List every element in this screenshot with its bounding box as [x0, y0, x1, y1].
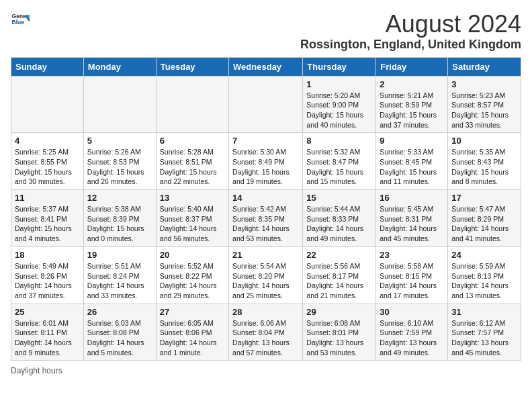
- day-number: 28: [232, 307, 299, 317]
- weekday-header-wednesday: Wednesday: [229, 57, 303, 76]
- day-number: 25: [15, 307, 80, 317]
- cell-daylight-info: Sunrise: 6:03 AM Sunset: 8:08 PM Dayligh…: [87, 318, 152, 358]
- day-number: 15: [306, 193, 372, 203]
- weekday-header-saturday: Saturday: [448, 57, 521, 76]
- day-number: 8: [306, 136, 372, 146]
- calendar-cell: 13Sunrise: 5:40 AM Sunset: 8:37 PM Dayli…: [156, 190, 228, 247]
- cell-daylight-info: Sunrise: 5:23 AM Sunset: 8:57 PM Dayligh…: [451, 91, 517, 130]
- calendar-cell: 24Sunrise: 5:59 AM Sunset: 8:13 PM Dayli…: [448, 246, 521, 304]
- logo-icon: General Blue: [11, 11, 30, 30]
- day-number: 7: [232, 136, 299, 146]
- calendar-cell: [229, 76, 303, 133]
- calendar-cell: 30Sunrise: 6:10 AM Sunset: 7:59 PM Dayli…: [376, 304, 448, 361]
- calendar-cell: 31Sunrise: 6:12 AM Sunset: 7:57 PM Dayli…: [448, 304, 521, 361]
- day-number: 5: [87, 136, 152, 146]
- calendar-cell: 11Sunrise: 5:37 AM Sunset: 8:41 PM Dayli…: [11, 190, 84, 247]
- weekday-header-thursday: Thursday: [303, 57, 376, 76]
- day-number: 23: [380, 250, 444, 260]
- calendar-cell: 14Sunrise: 5:42 AM Sunset: 8:35 PM Dayli…: [229, 190, 303, 247]
- cell-daylight-info: Sunrise: 5:37 AM Sunset: 8:41 PM Dayligh…: [15, 204, 80, 244]
- day-number: 12: [87, 193, 152, 203]
- day-number: 2: [380, 79, 444, 89]
- calendar-cell: [156, 76, 228, 133]
- calendar-cell: 12Sunrise: 5:38 AM Sunset: 8:39 PM Dayli…: [83, 190, 156, 247]
- calendar-cell: 21Sunrise: 5:54 AM Sunset: 8:20 PM Dayli…: [229, 246, 303, 304]
- calendar-cell: [83, 76, 156, 133]
- week-row-5: 25Sunrise: 6:01 AM Sunset: 8:11 PM Dayli…: [11, 304, 521, 361]
- calendar-cell: 17Sunrise: 5:47 AM Sunset: 8:29 PM Dayli…: [448, 190, 521, 247]
- day-number: 21: [232, 250, 299, 260]
- weekday-header-row: SundayMondayTuesdayWednesdayThursdayFrid…: [11, 57, 521, 76]
- cell-daylight-info: Sunrise: 5:58 AM Sunset: 8:15 PM Dayligh…: [380, 261, 444, 301]
- calendar-cell: 20Sunrise: 5:52 AM Sunset: 8:22 PM Dayli…: [156, 246, 228, 304]
- cell-daylight-info: Sunrise: 5:52 AM Sunset: 8:22 PM Dayligh…: [160, 261, 225, 301]
- weekday-header-monday: Monday: [83, 57, 156, 76]
- calendar-cell: 18Sunrise: 5:49 AM Sunset: 8:26 PM Dayli…: [11, 246, 84, 304]
- day-number: 13: [160, 193, 225, 203]
- calendar-cell: 5Sunrise: 5:26 AM Sunset: 8:53 PM Daylig…: [83, 133, 156, 190]
- calendar-cell: [11, 76, 84, 133]
- logo: General Blue: [11, 11, 30, 30]
- calendar-cell: 23Sunrise: 5:58 AM Sunset: 8:15 PM Dayli…: [376, 246, 448, 304]
- day-number: 30: [380, 307, 444, 317]
- cell-daylight-info: Sunrise: 5:47 AM Sunset: 8:29 PM Dayligh…: [451, 204, 517, 244]
- cell-daylight-info: Sunrise: 6:10 AM Sunset: 7:59 PM Dayligh…: [380, 318, 444, 358]
- weekday-header-tuesday: Tuesday: [156, 57, 228, 76]
- day-number: 29: [306, 307, 372, 317]
- cell-daylight-info: Sunrise: 5:49 AM Sunset: 8:26 PM Dayligh…: [15, 261, 80, 301]
- calendar-cell: 10Sunrise: 5:35 AM Sunset: 8:43 PM Dayli…: [448, 133, 521, 190]
- footer-note: Daylight hours: [11, 366, 521, 375]
- svg-text:Blue: Blue: [12, 19, 25, 26]
- cell-daylight-info: Sunrise: 6:12 AM Sunset: 7:57 PM Dayligh…: [451, 318, 517, 358]
- cell-daylight-info: Sunrise: 5:20 AM Sunset: 9:00 PM Dayligh…: [306, 91, 372, 130]
- day-number: 20: [160, 250, 225, 260]
- cell-daylight-info: Sunrise: 5:45 AM Sunset: 8:31 PM Dayligh…: [380, 204, 444, 244]
- day-number: 17: [451, 193, 517, 203]
- calendar-cell: 7Sunrise: 5:30 AM Sunset: 8:49 PM Daylig…: [229, 133, 303, 190]
- day-number: 6: [160, 136, 225, 146]
- day-number: 26: [87, 307, 152, 317]
- day-number: 16: [380, 193, 444, 203]
- week-row-1: 1Sunrise: 5:20 AM Sunset: 9:00 PM Daylig…: [11, 76, 521, 133]
- day-number: 18: [15, 250, 80, 260]
- cell-daylight-info: Sunrise: 6:05 AM Sunset: 8:06 PM Dayligh…: [160, 318, 225, 358]
- calendar-table: SundayMondayTuesdayWednesdayThursdayFrid…: [11, 57, 521, 361]
- day-number: 9: [380, 136, 444, 146]
- calendar-cell: 19Sunrise: 5:51 AM Sunset: 8:24 PM Dayli…: [83, 246, 156, 304]
- day-number: 4: [15, 136, 80, 146]
- weekday-header-friday: Friday: [376, 57, 448, 76]
- calendar-cell: 27Sunrise: 6:05 AM Sunset: 8:06 PM Dayli…: [156, 304, 228, 361]
- calendar-cell: 9Sunrise: 5:33 AM Sunset: 8:45 PM Daylig…: [376, 133, 448, 190]
- day-number: 19: [87, 250, 152, 260]
- cell-daylight-info: Sunrise: 5:54 AM Sunset: 8:20 PM Dayligh…: [232, 261, 299, 301]
- cell-daylight-info: Sunrise: 5:32 AM Sunset: 8:47 PM Dayligh…: [306, 147, 372, 187]
- day-number: 10: [451, 136, 517, 146]
- cell-daylight-info: Sunrise: 6:01 AM Sunset: 8:11 PM Dayligh…: [15, 318, 80, 358]
- day-number: 14: [232, 193, 299, 203]
- day-number: 22: [306, 250, 372, 260]
- cell-daylight-info: Sunrise: 5:30 AM Sunset: 8:49 PM Dayligh…: [232, 147, 299, 187]
- cell-daylight-info: Sunrise: 5:28 AM Sunset: 8:51 PM Dayligh…: [160, 147, 225, 187]
- cell-daylight-info: Sunrise: 5:44 AM Sunset: 8:33 PM Dayligh…: [306, 204, 372, 244]
- main-title: August 2024: [300, 11, 521, 38]
- calendar-cell: 6Sunrise: 5:28 AM Sunset: 8:51 PM Daylig…: [156, 133, 228, 190]
- weekday-header-sunday: Sunday: [11, 57, 84, 76]
- day-number: 27: [160, 307, 225, 317]
- calendar-cell: 26Sunrise: 6:03 AM Sunset: 8:08 PM Dayli…: [83, 304, 156, 361]
- calendar-cell: 28Sunrise: 6:06 AM Sunset: 8:04 PM Dayli…: [229, 304, 303, 361]
- daylight-label: Daylight hours: [11, 366, 62, 375]
- day-number: 24: [451, 250, 517, 260]
- calendar-cell: 2Sunrise: 5:21 AM Sunset: 8:59 PM Daylig…: [376, 76, 448, 133]
- cell-daylight-info: Sunrise: 5:56 AM Sunset: 8:17 PM Dayligh…: [306, 261, 372, 301]
- calendar-cell: 4Sunrise: 5:25 AM Sunset: 8:55 PM Daylig…: [11, 133, 84, 190]
- week-row-2: 4Sunrise: 5:25 AM Sunset: 8:55 PM Daylig…: [11, 133, 521, 190]
- cell-daylight-info: Sunrise: 6:06 AM Sunset: 8:04 PM Dayligh…: [232, 318, 299, 358]
- calendar-cell: 29Sunrise: 6:08 AM Sunset: 8:01 PM Dayli…: [303, 304, 376, 361]
- day-number: 31: [451, 307, 517, 317]
- day-number: 11: [15, 193, 80, 203]
- cell-daylight-info: Sunrise: 5:51 AM Sunset: 8:24 PM Dayligh…: [87, 261, 152, 301]
- calendar-cell: 1Sunrise: 5:20 AM Sunset: 9:00 PM Daylig…: [303, 76, 376, 133]
- calendar-cell: 16Sunrise: 5:45 AM Sunset: 8:31 PM Dayli…: [376, 190, 448, 247]
- cell-daylight-info: Sunrise: 5:35 AM Sunset: 8:43 PM Dayligh…: [451, 147, 517, 187]
- cell-daylight-info: Sunrise: 5:40 AM Sunset: 8:37 PM Dayligh…: [160, 204, 225, 244]
